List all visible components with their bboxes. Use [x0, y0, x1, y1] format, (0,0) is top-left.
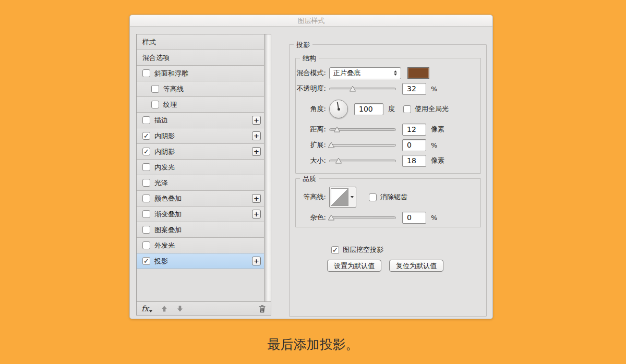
style-enable-checkbox[interactable]: ✓ — [142, 257, 150, 265]
angle-dial[interactable] — [329, 100, 348, 118]
dialog-body: 样式混合选项斜面和浮雕等高线纹理描边+✓内阴影+✓内阴影+内发光光泽颜色叠加+渐… — [130, 27, 492, 319]
style-enable-checkbox[interactable]: ✓ — [142, 132, 150, 140]
distance-label: 距离: — [296, 125, 329, 134]
sidebar-item-5[interactable]: 描边+ — [137, 113, 264, 128]
slider-thumb[interactable] — [328, 140, 335, 150]
add-effect-instance-button[interactable]: + — [252, 116, 261, 125]
slider-thumb[interactable] — [335, 156, 342, 166]
size-input[interactable] — [402, 155, 426, 167]
sidebar-item-1[interactable]: 混合选项 — [137, 50, 264, 66]
style-enable-checkbox[interactable] — [151, 101, 159, 108]
blend-mode-value: 正片叠底 — [333, 68, 394, 78]
drop-shadow-group: 投影 结构 混合模式: 正片叠底 不透明度: — [289, 44, 487, 317]
contour-thumbnail — [331, 188, 348, 206]
use-global-light-checkbox[interactable] — [403, 105, 411, 113]
sidebar-item-2[interactable]: 斜面和浮雕 — [137, 66, 264, 81]
angle-label: 角度: — [296, 104, 329, 114]
dialog-title: 图层样式 — [298, 16, 325, 26]
noise-slider[interactable] — [329, 213, 402, 222]
shadow-color-swatch[interactable] — [407, 67, 429, 79]
style-item-label: 混合选项 — [142, 53, 261, 63]
opacity-input[interactable] — [402, 83, 426, 95]
size-label: 大小: — [296, 156, 329, 165]
style-item-label: 样式 — [142, 38, 261, 47]
reset-default-button[interactable]: 复位为默认值 — [389, 260, 443, 272]
antialias-checkbox[interactable] — [369, 193, 377, 201]
add-effect-instance-button[interactable]: + — [252, 131, 261, 140]
make-default-button[interactable]: 设置为默认值 — [327, 260, 381, 272]
style-item-label: 图案叠加 — [154, 225, 261, 235]
style-item-label: 内发光 — [154, 163, 261, 172]
style-enable-checkbox[interactable]: ✓ — [142, 148, 150, 155]
dialog-titlebar[interactable]: 图层样式 — [130, 15, 492, 27]
structure-group: 结构 混合模式: 正片叠底 不透明度: — [295, 58, 481, 174]
spread-input[interactable] — [402, 139, 426, 151]
style-item-label: 渐变叠加 — [154, 210, 252, 219]
add-effect-instance-button[interactable]: + — [252, 147, 261, 156]
blend-mode-select[interactable]: 正片叠底 — [329, 67, 401, 79]
sidebar-item-0[interactable]: 样式 — [137, 34, 264, 50]
spread-unit: % — [431, 141, 437, 149]
sidebar-item-12[interactable]: 图案叠加 — [137, 222, 264, 238]
sidebar-item-6[interactable]: ✓内阴影+ — [137, 128, 264, 144]
style-enable-checkbox[interactable] — [142, 163, 150, 171]
add-effect-instance-button[interactable]: + — [252, 257, 261, 265]
add-effect-instance-button[interactable]: + — [252, 210, 261, 219]
distance-input[interactable] — [402, 124, 426, 136]
contour-picker[interactable] — [329, 187, 356, 208]
sidebar-item-14[interactable]: ✓投影+ — [137, 253, 264, 269]
blend-mode-label: 混合模式: — [296, 68, 329, 78]
style-item-label: 光泽 — [154, 178, 261, 188]
opacity-label: 不透明度: — [296, 84, 329, 93]
antialias-label: 消除锯齿 — [380, 192, 407, 202]
sidebar-item-8[interactable]: 内发光 — [137, 160, 264, 175]
size-slider[interactable] — [329, 156, 402, 165]
contour-dropdown-icon — [351, 196, 354, 198]
noise-label: 杂色: — [296, 213, 329, 222]
style-item-label: 外发光 — [154, 241, 261, 250]
delete-effect-button[interactable] — [258, 305, 266, 313]
angle-input[interactable] — [354, 103, 383, 115]
caption-text: 最后添加投影。 — [0, 336, 626, 353]
move-effect-down-button[interactable] — [176, 305, 184, 312]
style-enable-checkbox[interactable] — [151, 85, 159, 93]
sidebar-item-9[interactable]: 光泽 — [137, 175, 264, 191]
slider-track — [329, 216, 396, 219]
sidebar-item-3[interactable]: 等高线 — [137, 81, 264, 97]
opacity-slider[interactable] — [329, 84, 402, 93]
style-item-label: 颜色叠加 — [154, 194, 252, 203]
sidebar-item-4[interactable]: 纹理 — [137, 97, 264, 113]
style-enable-checkbox[interactable] — [142, 179, 150, 187]
style-list-scrollbar[interactable] — [264, 34, 271, 301]
style-enable-checkbox[interactable] — [142, 69, 150, 77]
noise-input[interactable] — [402, 212, 426, 224]
sidebar-item-10[interactable]: 颜色叠加+ — [137, 191, 264, 207]
style-enable-checkbox[interactable] — [142, 116, 150, 124]
fx-label: fx — [141, 304, 149, 313]
spread-slider[interactable] — [329, 141, 402, 149]
style-item-label: 内阴影 — [154, 147, 252, 156]
sidebar-item-13[interactable]: 外发光 — [137, 238, 264, 253]
move-effect-up-button[interactable] — [161, 305, 168, 312]
slider-thumb[interactable] — [349, 84, 356, 94]
slider-thumb[interactable] — [328, 213, 335, 223]
add-effect-instance-button[interactable]: + — [252, 194, 261, 203]
quality-group: 品质 等高线: 消除锯齿 杂色: — [295, 178, 481, 227]
style-enable-checkbox[interactable] — [142, 241, 150, 249]
slider-thumb[interactable] — [334, 125, 341, 135]
arrow-up-icon — [161, 305, 168, 312]
opacity-unit: % — [431, 85, 437, 93]
style-list: 样式混合选项斜面和浮雕等高线纹理描边+✓内阴影+✓内阴影+内发光光泽颜色叠加+渐… — [137, 34, 264, 301]
distance-slider[interactable] — [329, 125, 402, 134]
fx-menu-button[interactable]: fx — [141, 304, 152, 313]
angle-hub — [338, 108, 340, 111]
quality-legend: 品质 — [300, 174, 319, 183]
style-enable-checkbox[interactable] — [142, 226, 150, 234]
select-arrows-icon — [394, 70, 397, 76]
sidebar-item-7[interactable]: ✓内阴影+ — [137, 144, 264, 160]
sidebar-item-11[interactable]: 渐变叠加+ — [137, 207, 264, 222]
style-item-label: 纹理 — [163, 100, 261, 110]
layer-knockout-checkbox[interactable]: ✓ — [331, 246, 339, 254]
style-enable-checkbox[interactable] — [142, 210, 150, 218]
style-enable-checkbox[interactable] — [142, 195, 150, 202]
